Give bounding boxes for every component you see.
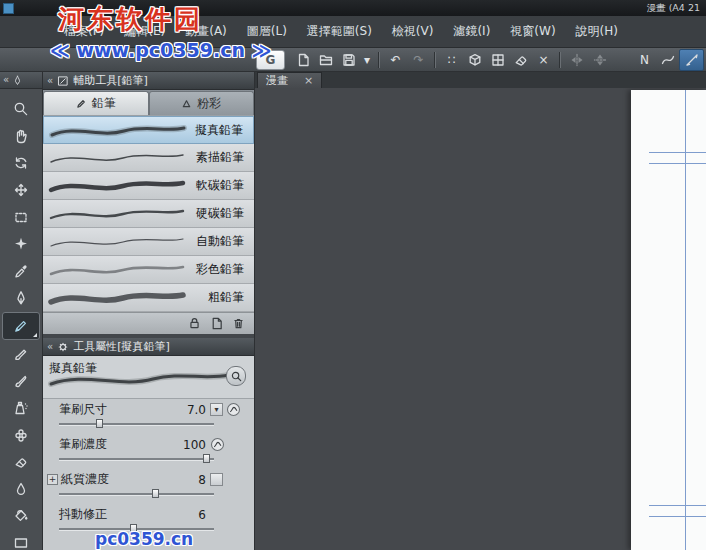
canvas-viewport[interactable] bbox=[255, 88, 706, 550]
flip-vertical-icon bbox=[592, 52, 608, 68]
menu-window[interactable]: 視窗(W) bbox=[500, 16, 565, 47]
menu-selection[interactable]: 選擇範圍(S) bbox=[297, 16, 382, 47]
app-logo-button[interactable]: G bbox=[256, 50, 285, 70]
tab-pastel[interactable]: 粉彩 bbox=[149, 91, 255, 115]
pencil-tab-icon bbox=[76, 98, 87, 109]
slider-thumb[interactable] bbox=[96, 419, 103, 428]
brush-row[interactable]: 軟碳鉛筆 bbox=[43, 172, 254, 200]
brush-size-slider[interactable] bbox=[59, 419, 214, 428]
tool-decoration[interactable] bbox=[3, 422, 39, 448]
menu-filter[interactable]: 濾鏡(I) bbox=[443, 16, 500, 47]
slider-thumb[interactable] bbox=[203, 454, 210, 463]
tool-selection[interactable] bbox=[3, 204, 39, 230]
expand-button[interactable]: + bbox=[47, 474, 58, 485]
new-button[interactable] bbox=[291, 50, 314, 70]
brush-row[interactable]: 粗鉛筆 bbox=[43, 284, 254, 312]
menu-file[interactable]: 檔案(F) bbox=[54, 16, 114, 47]
brush-row[interactable]: 硬碳鉛筆 bbox=[43, 200, 254, 228]
snap-ruler-button[interactable]: ∷ bbox=[440, 50, 463, 70]
close-icon[interactable]: × bbox=[304, 75, 313, 86]
stabilization-slider[interactable] bbox=[59, 524, 214, 533]
brush-row[interactable]: 素描鉛筆 bbox=[43, 144, 254, 172]
brush-row[interactable]: 自動鉛筆 bbox=[43, 228, 254, 256]
menubar: 檔案(F) 編輯(E) 動畫(A) 圖層(L) 選擇範圍(S) 檢視(V) 濾鏡… bbox=[0, 16, 706, 48]
flip-horizontal-button[interactable] bbox=[565, 50, 588, 70]
tool-watercolor[interactable] bbox=[3, 368, 39, 394]
lock-icon[interactable] bbox=[187, 316, 202, 331]
document-tab[interactable]: 漫畫 × bbox=[257, 72, 322, 88]
slider-thumb[interactable] bbox=[152, 489, 159, 498]
slider-thumb[interactable] bbox=[130, 524, 137, 533]
toolbar-right-group: N bbox=[633, 49, 706, 71]
brush-density-slider[interactable] bbox=[59, 454, 214, 463]
line-tool-button[interactable]: N bbox=[633, 50, 656, 70]
tool-blend[interactable] bbox=[3, 476, 39, 502]
brush-row[interactable]: 彩色鉛筆 bbox=[43, 256, 254, 284]
collapse-icon[interactable]: « bbox=[3, 75, 9, 85]
flip-horizontal-icon bbox=[569, 52, 585, 68]
paper-density-slider[interactable] bbox=[59, 489, 214, 498]
magnifier-icon bbox=[230, 370, 243, 383]
tab-pencil[interactable]: 鉛筆 bbox=[43, 91, 149, 115]
curve-tool-button[interactable] bbox=[656, 50, 679, 70]
gear-icon bbox=[57, 341, 69, 353]
pen-line-icon bbox=[684, 52, 700, 68]
tool-zoom[interactable] bbox=[3, 96, 39, 122]
decoration-icon bbox=[13, 427, 29, 443]
tab-pastel-label: 粉彩 bbox=[197, 95, 221, 112]
brush-stroke-preview bbox=[47, 258, 187, 282]
tool-gradient[interactable] bbox=[3, 530, 39, 550]
canvas-area: 漫畫 × bbox=[254, 72, 706, 550]
fill-bucket-icon bbox=[13, 508, 29, 524]
tool-fill[interactable] bbox=[3, 503, 39, 529]
clear-button[interactable] bbox=[509, 50, 532, 70]
pen-icon bbox=[13, 290, 29, 306]
menu-help[interactable]: 說明(H) bbox=[566, 16, 628, 47]
tool-pencil[interactable] bbox=[2, 312, 40, 340]
tool-pen[interactable] bbox=[3, 285, 39, 311]
menu-edit[interactable]: 編輯(E) bbox=[114, 16, 175, 47]
trash-icon[interactable] bbox=[231, 316, 246, 331]
tool-airbrush[interactable] bbox=[3, 395, 39, 421]
tool-palette: « bbox=[0, 72, 43, 550]
save-options-dropdown[interactable]: ▾ bbox=[360, 50, 374, 70]
tool-move[interactable] bbox=[3, 177, 39, 203]
brush-preview[interactable]: 擬真鉛筆 bbox=[43, 356, 254, 399]
menu-animation[interactable]: 動畫(A) bbox=[175, 16, 237, 47]
pastel-tab-icon bbox=[181, 98, 192, 109]
param-paper-density: + 紙質濃度 8 bbox=[43, 469, 254, 504]
snap-grid-button[interactable] bbox=[486, 50, 509, 70]
brush-label: 彩色鉛筆 bbox=[196, 261, 254, 278]
brush-row[interactable]: 擬真鉛筆 bbox=[43, 116, 254, 144]
open-button[interactable] bbox=[314, 50, 337, 70]
active-tool-button[interactable] bbox=[679, 49, 704, 71]
save-button[interactable] bbox=[337, 50, 360, 70]
grid-box-icon bbox=[490, 52, 506, 68]
brush-stroke-preview bbox=[48, 119, 188, 143]
undo-button[interactable]: ↶ bbox=[384, 50, 407, 70]
size-dropdown-button[interactable]: ▾ bbox=[210, 403, 223, 416]
flip-vertical-button[interactable] bbox=[588, 50, 611, 70]
collapse-icon[interactable]: « bbox=[47, 342, 53, 352]
param-value: 8 bbox=[180, 473, 206, 487]
redo-button[interactable]: ↷ bbox=[407, 50, 430, 70]
snap-3d-button[interactable] bbox=[463, 50, 486, 70]
pressure-dynamics-button[interactable] bbox=[210, 437, 225, 452]
preview-zoom-button[interactable] bbox=[226, 366, 246, 386]
tool-hand[interactable] bbox=[3, 123, 39, 149]
menu-layer[interactable]: 圖層(L) bbox=[237, 16, 297, 47]
brush-stroke-preview bbox=[47, 286, 187, 310]
brush-stroke-preview bbox=[47, 174, 187, 198]
param-label: 紙質濃度 bbox=[61, 471, 109, 488]
menu-view[interactable]: 檢視(V) bbox=[382, 16, 444, 47]
collapse-icon[interactable]: « bbox=[47, 76, 53, 86]
tool-rotate[interactable] bbox=[3, 150, 39, 176]
tool-brush[interactable] bbox=[3, 341, 39, 367]
tool-eraser[interactable] bbox=[3, 449, 39, 475]
texture-option-button[interactable] bbox=[210, 473, 223, 486]
deselect-button[interactable]: × bbox=[532, 50, 555, 70]
tool-auto-select[interactable] bbox=[3, 231, 39, 257]
pressure-dynamics-button[interactable] bbox=[226, 402, 241, 417]
tool-eyedropper[interactable] bbox=[3, 258, 39, 284]
new-page-icon[interactable] bbox=[209, 316, 224, 331]
